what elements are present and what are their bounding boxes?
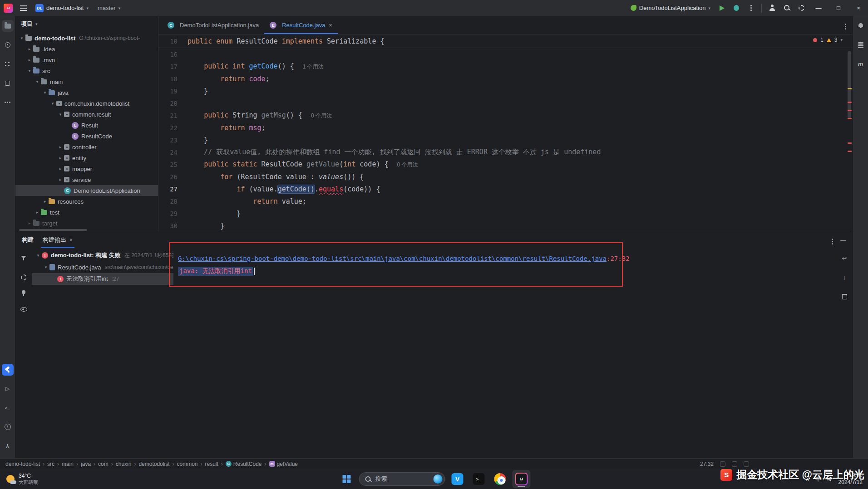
project-button[interactable] bbox=[2, 20, 14, 32]
vcs-widget[interactable]: master ▾ bbox=[94, 2, 124, 14]
terminal-app-button[interactable]: >_ bbox=[470, 470, 488, 488]
breadcrumb-java[interactable]: java bbox=[81, 461, 91, 467]
breadcrumb-ResultCode[interactable]: CResultCode bbox=[226, 461, 262, 467]
scroll-end-button[interactable]: ↓ bbox=[838, 271, 850, 283]
debug-button[interactable] bbox=[730, 1, 743, 15]
database-button[interactable] bbox=[855, 39, 867, 51]
chevron-right-icon[interactable]: ▸ bbox=[57, 166, 64, 171]
vscode-app-button[interactable]: V bbox=[449, 470, 467, 488]
chevron-down-icon[interactable]: ▾ bbox=[49, 101, 56, 106]
tree-item-main[interactable]: ▾main bbox=[15, 76, 158, 87]
code-line-22[interactable]: 22 return msg; bbox=[158, 122, 853, 134]
chevron-down-icon[interactable]: ▾ bbox=[18, 36, 25, 40]
chevron-down-icon[interactable]: ▾ bbox=[35, 253, 42, 258]
breadcrumb-demo-todo-list[interactable]: demo-todo-list bbox=[5, 461, 40, 467]
weather-widget[interactable]: 34°C 大部晴朗 bbox=[0, 473, 95, 486]
main-menu-button[interactable] bbox=[16, 1, 30, 15]
structure-button[interactable] bbox=[2, 58, 14, 70]
chevron-down-icon[interactable]: ▾ bbox=[41, 90, 49, 95]
breadcrumb-chuxin[interactable]: chuxin bbox=[116, 461, 132, 467]
preview-button[interactable] bbox=[18, 303, 30, 315]
chevron-right-icon[interactable]: ▸ bbox=[41, 199, 49, 204]
editor[interactable]: 10public enum ResultCode implements Seri… bbox=[158, 34, 853, 232]
chevron-right-icon[interactable]: ▸ bbox=[57, 177, 64, 182]
tree-item-resources[interactable]: ▸resources bbox=[15, 196, 158, 207]
tree-item-test[interactable]: ▸test bbox=[15, 207, 158, 218]
scrollbar-thumb[interactable] bbox=[848, 51, 851, 119]
code-line-16[interactable]: 16 bbox=[158, 48, 853, 60]
tree-item-.mvn[interactable]: ▸.mvn bbox=[15, 54, 158, 65]
inspections-widget[interactable]: 1 3 ▾ bbox=[813, 37, 843, 43]
problems-button[interactable]: ! bbox=[2, 421, 14, 433]
file-link[interactable]: G:\chuxin-cs\spring-boot-demo\demo-todo-… bbox=[178, 255, 607, 262]
build-output-console[interactable]: G:\chuxin-cs\spring-boot-demo\demo-todo-… bbox=[173, 248, 836, 458]
run-config-selector[interactable]: DemoTodoListApplication ▾ bbox=[627, 2, 714, 14]
code-line-17[interactable]: 17 public int getCode() { 1 个用法 bbox=[158, 60, 853, 73]
tab-options-button[interactable] bbox=[845, 22, 846, 29]
settings-button[interactable] bbox=[794, 1, 808, 15]
terminal-button[interactable]: >_ bbox=[2, 402, 14, 414]
tab-ResultCode.java[interactable]: EResultCode.java× bbox=[264, 16, 337, 34]
tree-item-Result[interactable]: EResult bbox=[15, 120, 158, 131]
maximize-button[interactable]: □ bbox=[829, 0, 848, 16]
intellij-app-button[interactable]: IJ bbox=[513, 470, 531, 488]
tree-item-src[interactable]: ▾src bbox=[15, 65, 158, 76]
status-icon[interactable] bbox=[744, 461, 749, 467]
tree-item-service[interactable]: ▸service bbox=[15, 174, 158, 185]
start-button[interactable] bbox=[338, 470, 356, 488]
chevron-down-icon[interactable]: ▾ bbox=[42, 265, 49, 269]
breadcrumb-getValue[interactable]: mgetValue bbox=[269, 461, 298, 467]
code-line-26[interactable]: 26 for (ResultCode value : values()) { bbox=[158, 171, 853, 183]
notifications-button[interactable] bbox=[855, 20, 867, 32]
error-stripe-mark[interactable] bbox=[848, 110, 852, 111]
close-tab-icon[interactable]: × bbox=[69, 237, 73, 243]
project-widget[interactable]: DL demo-todo-list ▾ bbox=[32, 2, 92, 14]
tab-build-output[interactable]: 构建输出 × bbox=[41, 232, 74, 248]
taskbar-search[interactable]: 搜索 bbox=[359, 472, 445, 486]
services-button[interactable] bbox=[2, 77, 14, 89]
tree-item-.idea[interactable]: ▸.idea bbox=[15, 44, 158, 54]
error-stripe-mark[interactable] bbox=[848, 118, 852, 119]
chevron-right-icon[interactable]: ▸ bbox=[57, 145, 64, 149]
volume-icon[interactable] bbox=[827, 476, 833, 482]
tree-item-demo-todo-list: 构建 失败[interactable]: ▾!demo-todo-list: 构建 失败在 2024/7/1 1秒658毫… bbox=[32, 249, 173, 261]
warning-stripe-mark[interactable] bbox=[848, 88, 852, 89]
vcs-button[interactable]: Y bbox=[2, 440, 14, 452]
commit-button[interactable] bbox=[2, 39, 14, 51]
error-stripe-mark[interactable] bbox=[848, 142, 852, 144]
code-with-me-button[interactable] bbox=[765, 1, 779, 15]
run-button[interactable]: ▷ bbox=[2, 383, 14, 395]
code-line-23[interactable]: 23 } bbox=[158, 134, 853, 146]
breadcrumb-demotodolist[interactable]: demotodolist bbox=[138, 461, 169, 467]
tab-DemoTodoListApplication.java[interactable]: CDemoTodoListApplication.java bbox=[162, 16, 264, 34]
tree-item-mapper[interactable]: ▸mapper bbox=[15, 163, 158, 174]
code-line-25[interactable]: 25 public static ResultCode getValue(int… bbox=[158, 158, 853, 171]
code-line-24[interactable]: 24 // 获取value值, 此处的操作和数组 find 一个功能, 找到了就… bbox=[158, 146, 853, 158]
close-tab-icon[interactable]: × bbox=[329, 22, 332, 29]
code-line-29[interactable]: 29 } bbox=[158, 207, 853, 220]
chevron-right-icon[interactable]: ▸ bbox=[57, 156, 64, 160]
code-line-20[interactable]: 20 bbox=[158, 97, 853, 109]
breadcrumb-com[interactable]: com bbox=[98, 461, 108, 467]
status-icon[interactable] bbox=[720, 461, 725, 467]
chevron-right-icon[interactable]: ▸ bbox=[26, 221, 33, 225]
soft-wrap-button[interactable]: ↩ bbox=[838, 252, 850, 264]
settings-button[interactable] bbox=[18, 271, 30, 283]
code-line-30[interactable]: 30 } bbox=[158, 220, 853, 232]
sticky-line-10[interactable]: 10public enum ResultCode implements Seri… bbox=[158, 34, 853, 48]
more-actions-button[interactable] bbox=[744, 1, 758, 15]
tree-item-target[interactable]: ▸target bbox=[15, 218, 158, 229]
chevron-down-icon[interactable]: ▾ bbox=[57, 112, 64, 117]
ime-indicator[interactable]: 中 bbox=[815, 475, 821, 483]
project-panel-header[interactable]: 项目 ▾ bbox=[15, 16, 158, 32]
status-icon[interactable] bbox=[732, 461, 737, 467]
breadcrumb-common[interactable]: common bbox=[177, 461, 197, 467]
tree-item-ResultCode.java[interactable]: ▾ResultCode.javasrc\main\java\com\chuxin… bbox=[32, 261, 173, 273]
code-line-27[interactable]: 27 if (value.getCode().equals(code)) { bbox=[158, 183, 853, 195]
build-options-button[interactable] bbox=[832, 237, 833, 244]
breadcrumb-result[interactable]: result bbox=[205, 461, 218, 467]
error-stripe-mark[interactable] bbox=[848, 102, 852, 103]
search-everywhere-button[interactable] bbox=[780, 1, 794, 15]
tree-item-com.chuxin.demotodolist[interactable]: ▾com.chuxin.demotodolist bbox=[15, 98, 158, 109]
clear-button[interactable] bbox=[838, 290, 850, 302]
